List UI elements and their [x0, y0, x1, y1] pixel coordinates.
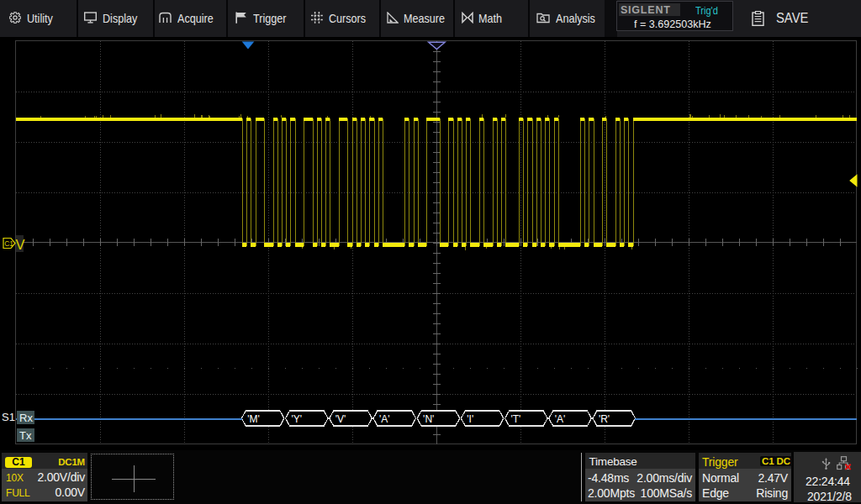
svg-text:C1: C1: [4, 239, 13, 248]
svg-text:'T': 'T': [511, 413, 521, 425]
svg-text:V: V: [16, 237, 25, 252]
svg-text:'V': 'V': [335, 413, 346, 425]
svg-text:'R': 'R': [599, 413, 610, 425]
svg-text:'I': 'I': [467, 413, 473, 425]
svg-text:'A': 'A': [379, 413, 390, 425]
svg-text:S1: S1: [2, 411, 15, 423]
svg-text:'N': 'N': [423, 413, 434, 425]
svg-text:Tx: Tx: [19, 429, 32, 442]
svg-text:Rx: Rx: [19, 412, 33, 424]
svg-text:'M': 'M': [247, 413, 260, 425]
svg-text:'Y': 'Y': [292, 413, 303, 425]
svg-text:'A': 'A': [555, 413, 566, 425]
